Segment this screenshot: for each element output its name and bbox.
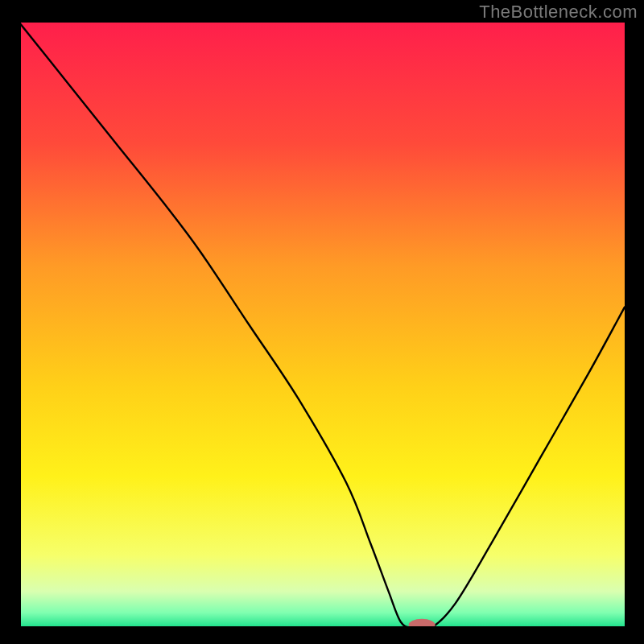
watermark-text: TheBottleneck.com: [479, 2, 638, 23]
gradient-background: [19, 23, 625, 628]
bottleneck-chart: [19, 23, 625, 628]
chart-container: TheBottleneck.com: [0, 0, 644, 644]
plot-frame: [19, 23, 625, 628]
